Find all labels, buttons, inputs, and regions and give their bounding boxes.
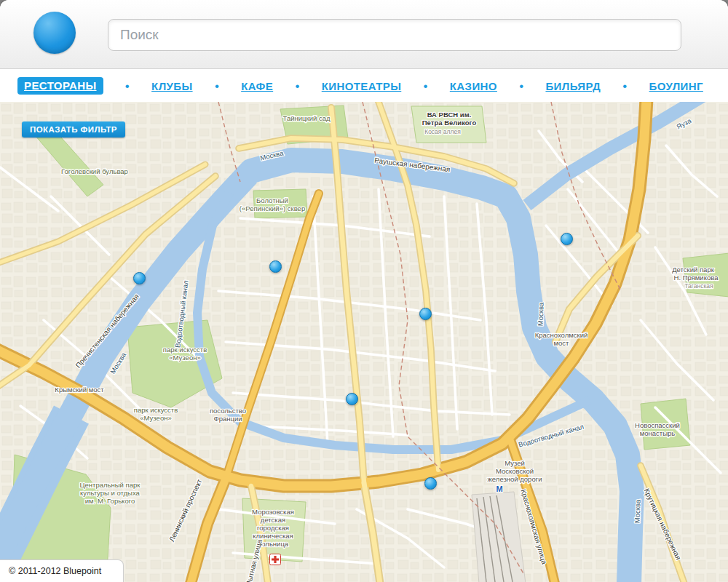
map-label: железной дороги (488, 475, 542, 483)
place-marker[interactable] (424, 477, 437, 490)
place-marker[interactable] (561, 233, 573, 245)
logo-circle-icon[interactable] (33, 12, 76, 54)
map-label: Московской (496, 467, 534, 475)
nav-item-кинотеатры[interactable]: КИНОТЕАТРЫ (322, 80, 402, 92)
map-label: Новоспасский (635, 421, 680, 429)
header (0, 0, 728, 69)
nav-item-клубы[interactable]: КЛУБЫ (151, 80, 192, 92)
nav-separator-dot: • (215, 80, 219, 92)
nav-item-кафе[interactable]: КАФЕ (241, 80, 273, 92)
map-label: детская (261, 516, 285, 524)
nav-separator-dot: • (424, 80, 428, 92)
place-marker[interactable] (133, 272, 146, 284)
hospital-icon (270, 554, 281, 565)
nav-separator-dot: • (622, 80, 627, 92)
map-label: М (496, 485, 502, 493)
map-label: парк искусств (134, 406, 178, 414)
map-label: парк искусств (163, 346, 207, 354)
map-label: Болотный (256, 196, 288, 204)
map-label: Таганская (684, 282, 713, 290)
map-canvas[interactable]: Тайницкий садВА РВСН им.Петра ВеликогоКо… (0, 102, 728, 582)
map-label: Москва (536, 302, 545, 327)
map-label: Краснохолмский (535, 331, 588, 339)
nav-separator-dot: • (519, 80, 523, 92)
map-label: Косая аллея (424, 128, 461, 135)
map-label: Центральный парк (80, 481, 141, 489)
map-label: Музей (505, 459, 525, 467)
map-label: Крымский мост (55, 386, 104, 394)
copyright-text: © 2011-2012 Bluepoint (9, 566, 101, 576)
map-label: Франции (213, 415, 242, 423)
place-marker[interactable] (419, 308, 432, 320)
map-label: клиническая (253, 532, 293, 540)
map-label: им. М. Горького (85, 497, 135, 505)
nav-separator-dot: • (125, 80, 130, 92)
map-label: культуры и отдыха (80, 489, 140, 497)
search-input[interactable] (108, 19, 681, 51)
map-label: Гоголевский бульвар (61, 167, 128, 175)
nav-separator-dot: • (295, 80, 299, 92)
map-label: («Репинский») сквер (240, 204, 305, 212)
nav-item-боулинг[interactable]: БОУЛИНГ (649, 80, 703, 92)
map-label: Н. Прямикова (674, 274, 719, 282)
place-marker[interactable] (269, 260, 282, 273)
copyright-badge: © 2011-2012 Bluepoint (0, 559, 124, 582)
nav-item-рестораны[interactable]: РЕСТОРАНЫ (17, 77, 103, 95)
map-graphic: Тайницкий садВА РВСН им.Петра ВеликогоКо… (0, 102, 728, 582)
place-marker[interactable] (346, 393, 358, 405)
map-label: «Музеон» (169, 354, 200, 362)
app-window: РЕСТОРАНЫ•КЛУБЫ•КАФЕ•КИНОТЕАТРЫ•КАЗИНО•Б… (0, 0, 728, 582)
category-nav: РЕСТОРАНЫ•КЛУБЫ•КАФЕ•КИНОТЕАТРЫ•КАЗИНО•Б… (0, 70, 728, 102)
show-filter-button[interactable]: ПОКАЗАТЬ ФИЛЬТР (22, 121, 125, 137)
map-label: посольство (210, 407, 246, 415)
map-label: мост (554, 339, 570, 347)
map-label: Москва (633, 499, 641, 524)
map-label: Тайницкий сад (283, 114, 331, 122)
map-label: «Музеон» (140, 414, 171, 422)
map-label: городская (257, 524, 289, 532)
map-label: Петра Великого (422, 119, 477, 127)
nav-item-казино[interactable]: КАЗИНО (450, 80, 497, 92)
map-label: ВА РВСН им. (427, 111, 472, 119)
map-label: монастырь (640, 429, 676, 437)
nav-item-бильярд[interactable]: БИЛЬЯРД (545, 80, 601, 92)
map-label: Детский парк (672, 266, 715, 274)
map-label: Морозовская (252, 508, 294, 516)
